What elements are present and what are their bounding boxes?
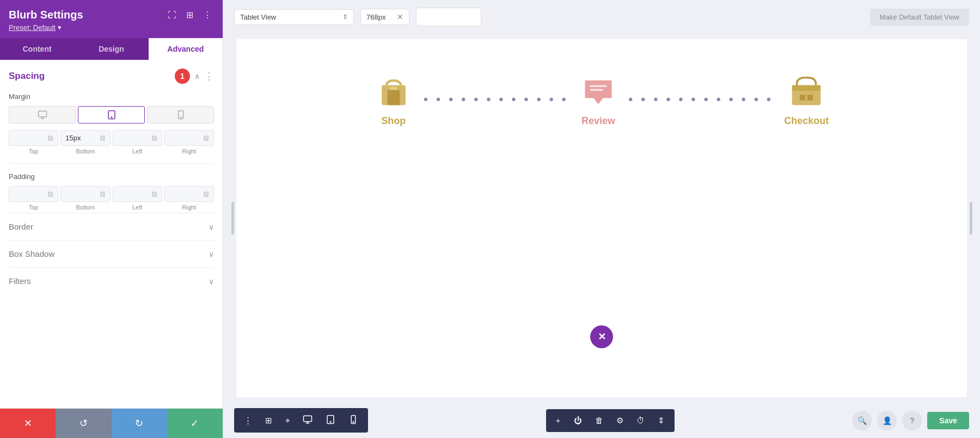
cancel-button[interactable]: ✕ — [0, 409, 56, 438]
toolbar-delete-button[interactable]: 🗑 — [590, 411, 609, 429]
canvas-area: Shop • • • • • • • • • • • • Review • • … — [223, 34, 980, 403]
padding-bottom-group: ⛓ Bottom — [60, 186, 110, 211]
margin-inputs: ⛓ Top ⛓ Bottom ⛓ Left — [9, 130, 214, 155]
margin-left-input[interactable] — [118, 134, 149, 142]
device-mobile[interactable] — [147, 106, 214, 124]
drag-handle-right[interactable] — [967, 34, 975, 403]
margin-left-label: Left — [132, 148, 142, 155]
padding-right-input[interactable] — [169, 190, 201, 198]
tab-advanced[interactable]: Advanced — [149, 38, 223, 60]
toolbar-dots-button[interactable]: ⋮ — [238, 411, 258, 430]
floating-close-button[interactable]: ✕ — [590, 325, 613, 348]
toolbar-desktop-button[interactable] — [297, 410, 318, 430]
padding-label: Padding — [9, 172, 214, 181]
spacing-collapse-btn[interactable]: ∧ — [194, 72, 200, 81]
svg-rect-10 — [590, 85, 607, 88]
px-input[interactable] — [366, 13, 394, 21]
padding-top-group: ⛓ Top — [9, 186, 58, 211]
margin-bottom-label: Bottom — [76, 148, 95, 155]
device-selector — [9, 106, 214, 124]
help-icon-button[interactable]: ? — [902, 411, 922, 430]
padding-left-group: ⛓ Left — [113, 186, 162, 211]
blurb-row: Shop • • • • • • • • • • • • Review • • … — [375, 72, 829, 127]
padding-top-label: Top — [29, 204, 39, 211]
view-select-arrows-icon: ⇕ — [342, 13, 348, 21]
panel-tabs: Content Design Advanced — [0, 38, 223, 60]
search-icon-button[interactable]: 🔍 — [852, 411, 872, 430]
expand-icon[interactable]: ⛶ — [166, 9, 179, 21]
confirm-button[interactable]: ✓ — [167, 409, 223, 438]
spacing-badge: 1 — [175, 69, 190, 84]
view-select-wrap[interactable]: Tablet View ⇕ — [234, 9, 354, 25]
svg-rect-14 — [800, 95, 806, 101]
blurb-checkout: Checkout — [784, 72, 829, 127]
drag-handle-left[interactable] — [229, 34, 236, 403]
filters-header[interactable]: Filters ∨ — [9, 268, 214, 294]
more-options-icon[interactable]: ⋮ — [201, 9, 214, 21]
make-default-button[interactable]: Make Default Tablet View — [870, 9, 969, 26]
margin-top-link[interactable]: ⛓ — [47, 135, 53, 141]
padding-left-input[interactable] — [118, 190, 149, 198]
margin-label: Margin — [9, 92, 214, 101]
padding-right-link[interactable]: ⛓ — [203, 191, 209, 198]
device-tablet[interactable] — [78, 106, 145, 124]
shop-icon — [375, 72, 413, 110]
toolbar-search-button[interactable]: ⌖ — [280, 411, 295, 430]
bottom-area: ⋮ ⊞ ⌖ + ⏻ 🗑 ⚙ ⏱ ⇕ 🔍 👤 ? Save — [223, 403, 980, 438]
panel-footer: ✕ ↺ ↻ ✓ — [0, 408, 223, 438]
margin-top-input[interactable] — [14, 134, 45, 142]
tab-design[interactable]: Design — [74, 38, 148, 60]
margin-left-link[interactable]: ⛓ — [151, 135, 157, 141]
top-bar: Tablet View ⇕ ✕ Make Default Tablet View — [223, 0, 980, 34]
checkout-icon — [787, 72, 825, 110]
padding-left-link[interactable]: ⛓ — [151, 191, 157, 198]
toolbar-add-button[interactable]: + — [550, 411, 566, 429]
columns-icon[interactable]: ⊞ — [184, 9, 195, 21]
svg-point-22 — [353, 422, 354, 423]
view-select-text: Tablet View — [240, 13, 338, 21]
padding-bottom-label: Bottom — [76, 204, 95, 211]
margin-top-label: Top — [29, 148, 39, 155]
toolbar-mobile-button[interactable] — [343, 410, 364, 430]
toolbar-tablet-button[interactable] — [320, 410, 341, 430]
drag-handle-bar-right — [970, 202, 972, 235]
toolbar-settings-button[interactable]: ⚙ — [611, 411, 629, 430]
margin-left-group: ⛓ Left — [113, 130, 162, 155]
undo-button[interactable]: ↺ — [56, 409, 111, 438]
toolbar-grid-button[interactable]: ⊞ — [260, 411, 278, 430]
padding-top-link[interactable]: ⛓ — [47, 191, 53, 198]
margin-bottom-link[interactable]: ⛓ — [100, 135, 106, 141]
toolbar-time-button[interactable]: ⏱ — [631, 411, 650, 429]
filters-chevron: ∨ — [209, 277, 214, 286]
toolbar-left: ⋮ ⊞ ⌖ — [234, 408, 368, 433]
spacing-divider — [9, 163, 214, 164]
user-icon-button[interactable]: 👤 — [877, 411, 897, 430]
review-label: Review — [581, 115, 615, 127]
svg-rect-13 — [792, 85, 821, 91]
svg-point-20 — [330, 422, 331, 423]
border-header[interactable]: Border ∨ — [9, 213, 214, 240]
box-shadow-section: Box Shadow ∨ — [9, 240, 214, 267]
toolbar-expand-button[interactable]: ⇕ — [652, 411, 670, 430]
spacing-more-btn[interactable]: ⋮ — [204, 70, 214, 82]
margin-bottom-input[interactable] — [65, 134, 97, 142]
px-clear-button[interactable]: ✕ — [397, 13, 403, 21]
box-shadow-header[interactable]: Box Shadow ∨ — [9, 240, 214, 267]
drag-handle-bar-left — [231, 202, 234, 235]
padding-top-input[interactable] — [14, 190, 45, 198]
panel-preset[interactable]: Preset: Default ▾ — [9, 23, 83, 32]
panel-body: Spacing 1 ∧ ⋮ Margin ⛓ — [0, 60, 223, 408]
padding-bottom-link[interactable]: ⛓ — [100, 191, 106, 198]
device-desktop[interactable] — [9, 106, 76, 124]
redo-button[interactable]: ↻ — [112, 409, 167, 438]
padding-bottom-input[interactable] — [65, 190, 97, 198]
tab-content[interactable]: Content — [0, 38, 74, 60]
panel-title: Blurb Settings — [9, 9, 83, 21]
px-input-wrap: ✕ — [360, 9, 409, 25]
blurb-review: Review — [579, 72, 617, 127]
margin-right-input[interactable] — [169, 134, 201, 142]
toolbar-power-button[interactable]: ⏻ — [568, 411, 587, 429]
margin-right-link[interactable]: ⛓ — [203, 135, 209, 141]
save-button[interactable]: Save — [927, 412, 969, 429]
empty-input[interactable] — [416, 8, 481, 26]
